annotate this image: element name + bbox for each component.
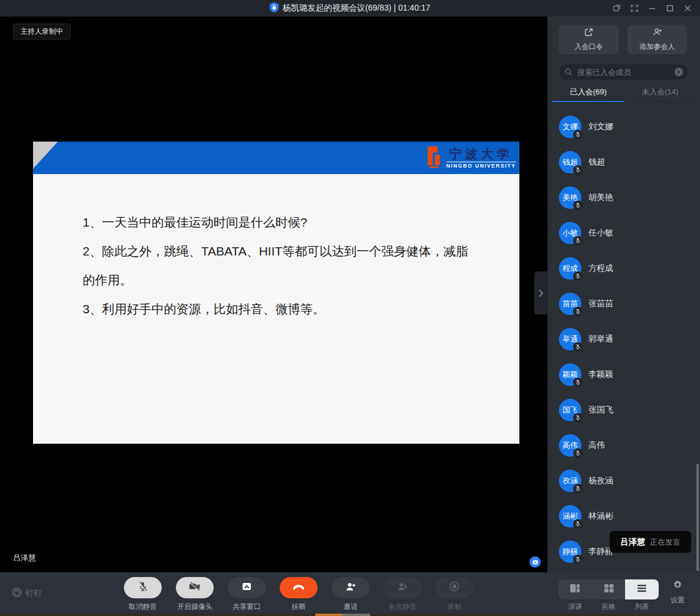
view-list-button[interactable] (625, 579, 659, 599)
participant-row[interactable]: 程成 方程成 (548, 251, 700, 286)
participant-row[interactable]: 孜涵 杨孜涵 (548, 463, 700, 499)
unmute-button[interactable]: 取消静音 (124, 577, 162, 612)
mic-muted-icon (573, 555, 583, 564)
search-icon (564, 68, 573, 76)
layout-labels: 演讲 宫格 列表 (558, 602, 659, 612)
fullscreen-icon[interactable] (627, 2, 642, 15)
mute-all-icon (397, 581, 408, 595)
add-participant-label: 添加参会人 (640, 42, 675, 52)
slide-line: 2、除此之外，跳绳、TABATA、HIIT等都可以达到一个强身健体，减脂 (83, 237, 496, 266)
participant-list: 文娜 刘文娜 钱超 钱超 美艳 胡美艳 小敏 (548, 109, 700, 572)
participant-row[interactable]: 颖颖 李颖颖 (548, 357, 700, 392)
speaking-status: 正在发言 (650, 537, 681, 548)
settings-button[interactable]: 设置 (667, 579, 688, 605)
meeting-code-button[interactable]: 入会口令 (559, 25, 619, 54)
popout-window-icon[interactable] (609, 2, 624, 15)
avatar: 涵彬 (559, 505, 581, 527)
avatar: 小敏 (559, 222, 581, 244)
hang-up-button[interactable]: 挂断 (280, 577, 318, 612)
avatar: 颖颖 (559, 363, 581, 386)
participant-row[interactable]: 高伟 高伟 (548, 428, 700, 463)
minimize-icon[interactable] (645, 2, 660, 15)
slide-text: 1、一天当中的最佳运动时间是什么时候? 2、除此之外，跳绳、TABATA、HII… (83, 208, 496, 323)
share-window-button[interactable]: 共享窗口 (228, 577, 266, 612)
view-speaker-button[interactable] (558, 579, 592, 599)
participant-row[interactable]: 苗苗 张苗苗 (548, 286, 700, 322)
speaking-name: 吕泽慧 (620, 537, 645, 548)
participant-name: 任小敏 (588, 228, 613, 238)
participant-name: 钱超 (588, 157, 605, 168)
shared-slide: 宁波大学 NINGBO UNIVERSITY 1、一天当中的最佳运动时间是什么时… (33, 142, 519, 444)
participant-name: 刘文娜 (588, 122, 613, 132)
avatar: 孜涵 (559, 470, 581, 492)
list-view-icon (637, 584, 647, 595)
invite-button[interactable]: 邀请 (332, 577, 369, 612)
clear-search-icon[interactable] (674, 67, 683, 77)
recording-badge: 主持人录制中 (13, 24, 71, 40)
title-bar: 杨凯璐发起的视频会议(69/83) | 01:40:17 (0, 0, 700, 17)
collapse-sidebar-handle[interactable] (534, 271, 547, 314)
participant-row[interactable]: 小敏 任小敏 (548, 215, 700, 251)
participant-tabs: 已入会(69) 未入会(14) (552, 83, 696, 102)
add-participant-button[interactable]: 添加参会人 (627, 25, 687, 54)
university-emblem-icon (423, 145, 443, 171)
view-grid-button[interactable] (592, 579, 626, 599)
participant-name: 高伟 (588, 440, 605, 451)
participant-row[interactable]: 举通 郭举通 (548, 322, 700, 357)
mic-muted-icon (573, 519, 583, 529)
mic-muted-icon (573, 307, 583, 316)
participant-name: 方程成 (588, 263, 613, 274)
avatar: 苗苗 (559, 293, 581, 315)
tab-not-joined[interactable]: 未入会(14) (624, 83, 696, 101)
mic-muted-icon (573, 413, 583, 422)
search-input[interactable] (576, 67, 674, 77)
mic-muted-icon (573, 484, 583, 493)
slide-line: 3、利用好手中的资源，比如抖音、微博等。 (83, 294, 496, 323)
view-grid-label: 宫格 (592, 602, 626, 612)
participant-name: 张苗苗 (588, 299, 613, 309)
participant-row[interactable]: 国飞 张国飞 (548, 392, 700, 428)
university-name-cn: 宁波大学 (449, 148, 513, 160)
hang-up-icon (292, 582, 305, 593)
participants-panel: 入会口令 添加参会人 已入会(69) 未入会(14) 文娜 (547, 17, 700, 572)
grid-view-icon (604, 584, 614, 595)
secure-lock-icon (270, 2, 279, 15)
participant-name: 杨孜涵 (588, 476, 613, 486)
slide-corner-decoration (33, 142, 58, 169)
gear-icon (672, 579, 683, 592)
view-list-label: 列表 (625, 602, 659, 612)
participant-name: 张国飞 (588, 405, 613, 415)
mic-muted-icon (573, 271, 583, 281)
tab-joined[interactable]: 已入会(69) (552, 83, 624, 101)
record-button[interactable]: 录制 (436, 577, 473, 612)
mic-muted-icon (573, 378, 583, 387)
mic-muted-icon (573, 201, 583, 210)
participant-name: 李颖颖 (588, 369, 613, 380)
avatar: 国飞 (559, 399, 581, 421)
close-icon[interactable] (680, 2, 695, 15)
taskbar-gray-segment (342, 614, 370, 616)
taskbar-orange-segment (315, 614, 342, 616)
person-plus-icon (345, 581, 356, 595)
avatar: 举通 (559, 328, 581, 350)
mic-muted-icon (573, 236, 583, 245)
participant-row[interactable]: 涵彬 林涵彬 (548, 499, 700, 534)
list-scrollbar[interactable] (696, 464, 699, 571)
participant-row[interactable]: 钱超 钱超 (548, 145, 700, 180)
camera-on-button[interactable]: 开启摄像头 (176, 577, 214, 612)
university-logo: 宁波大学 NINGBO UNIVERSITY (423, 145, 516, 172)
layout-switcher (558, 579, 659, 599)
maximize-icon[interactable] (662, 2, 678, 15)
search-box[interactable] (559, 64, 688, 80)
dingtalk-logo-icon (12, 587, 22, 599)
avatar: 钱超 (559, 151, 581, 173)
view-speaker-label: 演讲 (558, 602, 592, 612)
participant-row[interactable]: 美艳 胡美艳 (548, 180, 700, 215)
external-link-icon (584, 27, 594, 39)
avatar: 美艳 (559, 186, 581, 209)
video-stage: 主持人录制中 宁波大学 NINGBO UNIVERSITY (0, 17, 547, 572)
mic-muted-icon (573, 165, 583, 175)
mute-all-button[interactable]: 全员静音 (384, 577, 421, 612)
participant-row[interactable]: 文娜 刘文娜 (548, 109, 700, 145)
dingtalk-meeting-window: 杨凯璐发起的视频会议(69/83) | 01:40:17 主持人录制中 (0, 0, 700, 616)
